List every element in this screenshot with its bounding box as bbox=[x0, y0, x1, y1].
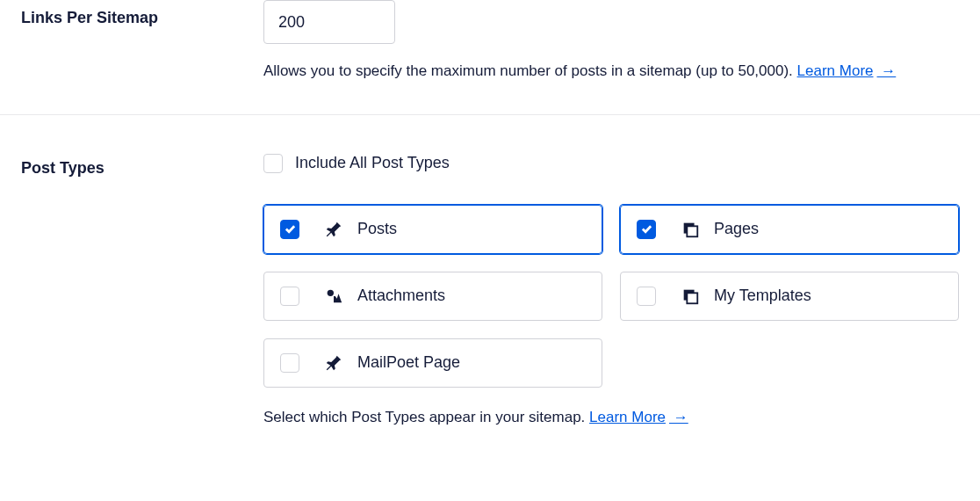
section-links-per-sitemap: Links Per Sitemap Allows you to specify … bbox=[0, 0, 980, 114]
include-all-post-types-row[interactable]: Include All Post Types bbox=[263, 150, 959, 173]
post-types-help: Select which Post Types appear in your s… bbox=[263, 409, 585, 425]
arrow-right-icon: → bbox=[877, 62, 897, 79]
stack-icon bbox=[681, 220, 700, 239]
post-type-card-templates[interactable]: My Templates bbox=[620, 272, 959, 321]
posts-label: Posts bbox=[357, 220, 397, 238]
pin-icon bbox=[324, 353, 343, 373]
links-per-sitemap-help: Allows you to specify the maximum number… bbox=[263, 62, 793, 79]
attachments-checkbox[interactable] bbox=[280, 287, 299, 306]
post-types-grid: Posts Pages bbox=[263, 205, 959, 388]
post-type-card-posts[interactable]: Posts bbox=[263, 205, 602, 254]
templates-checkbox[interactable] bbox=[637, 287, 656, 306]
mailpoet-checkbox[interactable] bbox=[280, 353, 299, 373]
svg-rect-1 bbox=[687, 226, 697, 236]
pages-checkbox[interactable] bbox=[637, 220, 656, 239]
check-icon bbox=[285, 223, 296, 235]
stack-icon bbox=[681, 287, 700, 306]
include-all-checkbox[interactable] bbox=[263, 154, 283, 173]
pin-icon bbox=[324, 220, 343, 239]
post-type-card-attachments[interactable]: Attachments bbox=[263, 272, 602, 321]
svg-rect-4 bbox=[687, 293, 697, 303]
post-types-label: Post Types bbox=[21, 159, 263, 178]
section-post-types: Post Types Include All Post Types Posts bbox=[0, 114, 980, 444]
templates-label: My Templates bbox=[714, 287, 811, 305]
svg-point-2 bbox=[328, 289, 334, 295]
mailpoet-label: MailPoet Page bbox=[357, 353, 460, 372]
media-icon bbox=[324, 287, 343, 306]
post-type-card-pages[interactable]: Pages bbox=[620, 205, 959, 254]
include-all-label: Include All Post Types bbox=[295, 154, 450, 172]
posts-checkbox[interactable] bbox=[280, 220, 299, 239]
pages-label: Pages bbox=[714, 220, 759, 238]
attachments-label: Attachments bbox=[357, 287, 445, 305]
links-per-sitemap-learn-more-link[interactable]: Learn More → bbox=[797, 62, 897, 79]
post-types-learn-more-link[interactable]: Learn More → bbox=[589, 409, 688, 425]
links-per-sitemap-label: Links Per Sitemap bbox=[21, 9, 263, 27]
links-per-sitemap-input[interactable] bbox=[263, 0, 395, 44]
post-type-card-mailpoet[interactable]: MailPoet Page bbox=[263, 338, 602, 388]
check-icon bbox=[641, 223, 652, 235]
arrow-right-icon: → bbox=[669, 409, 688, 425]
